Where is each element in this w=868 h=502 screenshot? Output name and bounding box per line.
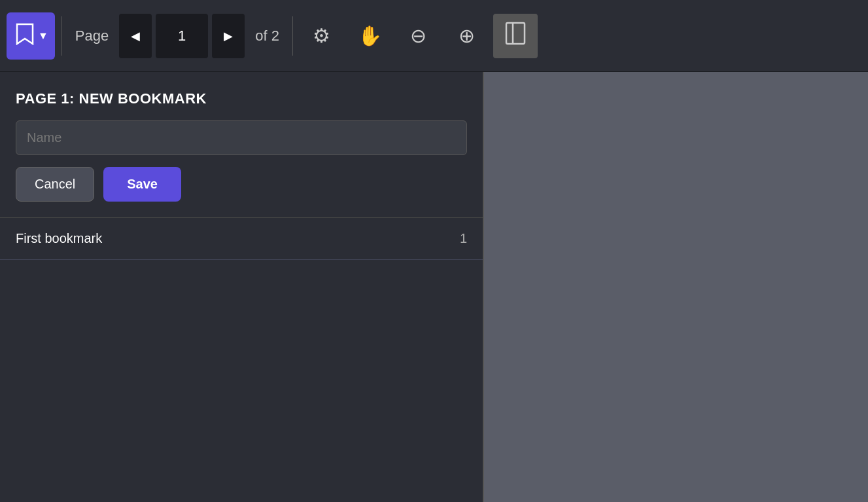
separator-1 [61, 16, 62, 56]
bookmark-item-0[interactable]: First bookmark 1 [0, 218, 483, 260]
button-row: Cancel Save [16, 167, 467, 202]
page-number: 1 [156, 14, 208, 58]
dropdown-arrow-icon: ▼ [38, 30, 48, 42]
page-label: Page [75, 27, 109, 45]
content-area [484, 72, 868, 502]
bookmark-icon [16, 23, 34, 48]
of-label: of 2 [255, 27, 279, 45]
new-bookmark-form: PAGE 1: NEW BOOKMARK Cancel Save [0, 72, 483, 218]
panel-icon [505, 22, 526, 50]
separator-2 [292, 16, 293, 56]
bookmark-page: 1 [460, 231, 467, 246]
save-button[interactable]: Save [103, 167, 181, 202]
next-page-button[interactable]: ▶ [212, 14, 245, 58]
zoom-in-icon: ⊕ [459, 24, 475, 47]
pan-button[interactable]: ✋ [348, 14, 392, 58]
bookmark-button[interactable]: ▼ [7, 12, 55, 60]
prev-page-button[interactable]: ◀ [119, 14, 152, 58]
bookmark-list: First bookmark 1 [0, 218, 483, 502]
hand-icon: ✋ [358, 24, 382, 47]
bookmark-name: First bookmark [16, 231, 102, 246]
zoom-out-icon: ⊖ [410, 24, 426, 47]
toolbar: ▼ Page ◀ 1 ▶ of 2 ⚙ ✋ ⊖ ⊕ [0, 0, 868, 72]
main-content: PAGE 1: NEW BOOKMARK Cancel Save First b… [0, 72, 868, 502]
cancel-button[interactable]: Cancel [16, 167, 94, 202]
settings-button[interactable]: ⚙ [300, 14, 344, 58]
sidebar: PAGE 1: NEW BOOKMARK Cancel Save First b… [0, 72, 484, 502]
new-bookmark-title: PAGE 1: NEW BOOKMARK [16, 90, 467, 107]
gear-icon: ⚙ [313, 24, 330, 47]
bookmark-name-input[interactable] [16, 120, 467, 155]
panel-toggle-button[interactable] [493, 14, 538, 58]
zoom-in-button[interactable]: ⊕ [445, 14, 489, 58]
svg-rect-0 [506, 23, 525, 44]
zoom-out-button[interactable]: ⊖ [396, 14, 441, 58]
